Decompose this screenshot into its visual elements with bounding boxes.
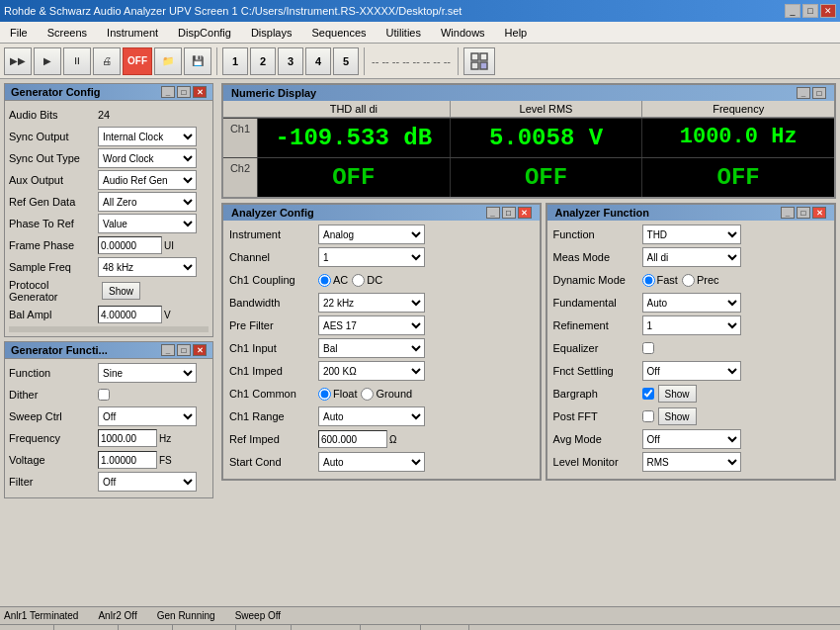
menu-sequences[interactable]: Sequences [305,25,372,41]
common-ground-radio[interactable] [361,388,374,401]
play-forward-button[interactable]: ▶▶ [4,47,32,75]
num-5-button[interactable]: 5 [333,47,359,75]
menu-file[interactable]: File [4,25,34,41]
coupling-ac-radio[interactable] [318,274,331,287]
start-cond-select[interactable]: Auto [318,452,425,472]
maximize-button[interactable]: □ [802,4,818,18]
menu-instrument[interactable]: Instrument [101,25,164,41]
print-button[interactable]: 🖨 [93,47,121,75]
menu-utilities[interactable]: Utilities [380,25,427,41]
post-fft-show-button[interactable]: Show [658,407,697,425]
post-fft-checkbox[interactable] [642,410,654,422]
bandwidth-select[interactable]: 22 kHz [318,293,425,313]
instrument-select[interactable]: Analog [318,225,425,244]
gen-config-minimize[interactable]: _ [161,86,175,98]
af-close[interactable]: ✕ [812,207,826,219]
coupling-dc-radio[interactable] [352,274,365,287]
dynamic-fast-label[interactable]: Fast [642,274,678,287]
num-3-button[interactable]: 3 [278,47,303,75]
fnct-settling-select[interactable]: Off [642,361,741,381]
gen-func-restore[interactable]: □ [177,344,191,356]
num-2-button[interactable]: 2 [250,47,276,75]
sweep-ctrl-select[interactable]: Off [98,406,197,426]
common-ground-label[interactable]: Ground [361,388,412,401]
status-882k[interactable]: 88.2 kHz [173,625,236,630]
gen-config-close[interactable]: ✕ [193,86,207,98]
bal-ampl-input[interactable] [98,306,162,323]
avg-mode-select[interactable]: Off [642,429,741,449]
close-button[interactable]: ✕ [820,4,836,18]
sync-output-select[interactable]: Internal Clock [98,127,197,146]
nd-minimize[interactable]: _ [797,87,810,99]
minimize-button[interactable]: _ [785,4,800,18]
ac-minimize[interactable]: _ [486,207,500,219]
menu-windows[interactable]: Windows [435,25,491,41]
gen-function-select[interactable]: Sine [98,363,197,383]
play-button[interactable]: ▶ [34,47,61,75]
frequency-input[interactable] [98,429,157,447]
dynamic-fast-radio[interactable] [642,274,655,287]
nd-maximize[interactable]: □ [812,87,826,99]
status-1764k[interactable]: 176.4 kHz [292,625,362,630]
ch1-imped-select[interactable]: 200 KΩ [318,361,425,381]
off-button[interactable]: OFF [123,47,152,75]
coupling-ac-label[interactable]: AC [318,274,348,287]
pause-button[interactable]: ⏸ [63,47,91,75]
bargraph-checkbox[interactable] [642,388,654,400]
sync-out-type-select[interactable]: Word Clock [98,148,197,168]
ch1-input-select[interactable]: Bal [318,338,425,358]
status-value[interactable]: Value [421,625,468,630]
sample-freq-select[interactable]: 48 kHz [98,257,197,277]
equalizer-checkbox[interactable] [642,342,654,354]
voltage-input[interactable] [98,451,157,469]
af-maximize[interactable]: □ [797,207,810,219]
refinement-select[interactable]: 1 [642,315,741,335]
bargraph-show-button[interactable]: Show [658,385,697,403]
save-button[interactable]: 💾 [184,47,211,75]
pre-filter-select[interactable]: AES 17 [318,315,425,335]
status-192k[interactable]: 192 kHz [361,625,421,630]
af-function-select[interactable]: THD [642,225,741,244]
frame-phase-input[interactable] [98,236,162,254]
gen-func-close[interactable]: ✕ [193,344,207,356]
menu-screens[interactable]: Screens [42,25,93,41]
dither-checkbox[interactable] [98,389,110,401]
common-float-label[interactable]: Float [318,388,357,401]
ac-controls[interactable]: _ □ ✕ [486,207,532,219]
generator-config-controls[interactable]: _ □ ✕ [161,86,207,98]
num-1-button[interactable]: 1 [222,47,248,75]
status-48k[interactable]: 48 kHz [119,625,173,630]
common-float-radio[interactable] [318,388,331,401]
status-32k[interactable]: 32 kHz [0,625,54,630]
nd-controls[interactable]: _ □ [797,87,826,99]
menu-displays[interactable]: Displays [245,25,298,41]
gen-func-minimize[interactable]: _ [161,344,175,356]
ch1-range-select[interactable]: Auto [318,406,425,426]
title-bar-controls[interactable]: _ □ ✕ [785,4,836,18]
level-monitor-select[interactable]: RMS [642,452,741,472]
status-441k[interactable]: 44.1 kHz [54,625,118,630]
meas-mode-select[interactable]: All di [642,247,741,267]
aux-output-select[interactable]: Audio Ref Gen [98,170,197,190]
gen-config-restore[interactable]: □ [177,86,191,98]
gen-func-controls[interactable]: _ □ ✕ [161,344,207,356]
ref-imped-input[interactable] [318,430,387,448]
ref-gen-data-select[interactable]: All Zero [98,192,197,212]
af-minimize[interactable]: _ [781,207,795,219]
menu-dispconfig[interactable]: DispConfig [172,25,237,41]
phase-to-ref-select[interactable]: Value [98,214,197,233]
coupling-dc-label[interactable]: DC [352,274,382,287]
num-4-button[interactable]: 4 [305,47,331,75]
dynamic-prec-radio[interactable] [682,274,695,287]
folder-button[interactable]: 📁 [154,47,182,75]
ac-maximize[interactable]: □ [502,207,516,219]
grid-button[interactable] [463,47,495,75]
af-controls[interactable]: _ □ ✕ [781,207,826,219]
ac-close[interactable]: ✕ [518,207,532,219]
menu-help[interactable]: Help [499,25,534,41]
status-96k[interactable]: 96 kHz [236,625,291,630]
dynamic-prec-label[interactable]: Prec [682,274,719,287]
fundamental-select[interactable]: Auto [642,293,741,313]
protocol-gen-show-button[interactable]: Show [102,282,140,300]
filter-select[interactable]: Off [98,472,197,492]
